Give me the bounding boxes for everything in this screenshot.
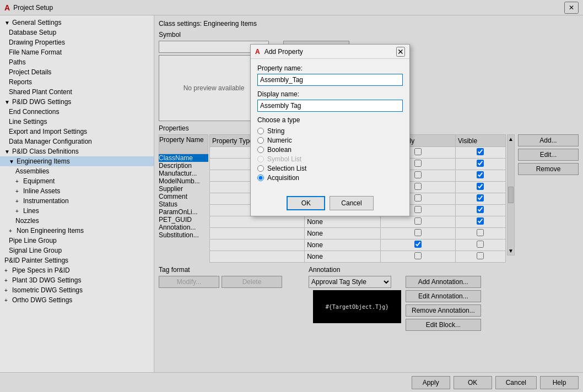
modal-title: Add Property [264, 48, 303, 56]
modal-body: Property name: Display name: Choose a ty… [251, 59, 409, 193]
modal-footer: OK Cancel [251, 193, 409, 216]
radio-string[interactable]: String [257, 127, 403, 135]
radio-acquisition-input[interactable] [257, 175, 264, 181]
modal-ok-button[interactable]: OK [287, 196, 325, 210]
display-name-input[interactable] [257, 100, 403, 112]
radio-numeric-input[interactable] [257, 137, 264, 144]
radio-boolean[interactable]: Boolean [257, 146, 403, 154]
radio-string-input[interactable] [257, 128, 264, 134]
display-name-label: Display name: [257, 90, 403, 98]
radio-acquisition[interactable]: Acquisition [257, 174, 403, 182]
type-radio-group: String Numeric Boolean Symbol List Selec… [257, 127, 403, 182]
radio-boolean-input[interactable] [257, 146, 264, 153]
modal-cancel-button[interactable]: Cancel [330, 196, 373, 210]
add-property-modal: A Add Property ✕ Property name: Display … [250, 44, 410, 216]
modal-app-icon: A [255, 48, 260, 56]
property-name-input[interactable] [257, 74, 403, 86]
choose-type-label: Choose a type [257, 116, 403, 124]
modal-close-button[interactable]: ✕ [396, 47, 405, 57]
property-name-label: Property name: [257, 64, 403, 72]
radio-selection-list[interactable]: Selection List [257, 165, 403, 172]
radio-numeric[interactable]: Numeric [257, 137, 403, 144]
radio-selection-list-input[interactable] [257, 165, 264, 172]
modal-overlay: A Add Property ✕ Property name: Display … [0, 0, 583, 392]
radio-symbol-list-input [257, 156, 264, 162]
modal-title-bar: A Add Property ✕ [251, 45, 409, 59]
radio-symbol-list: Symbol List [257, 155, 403, 163]
